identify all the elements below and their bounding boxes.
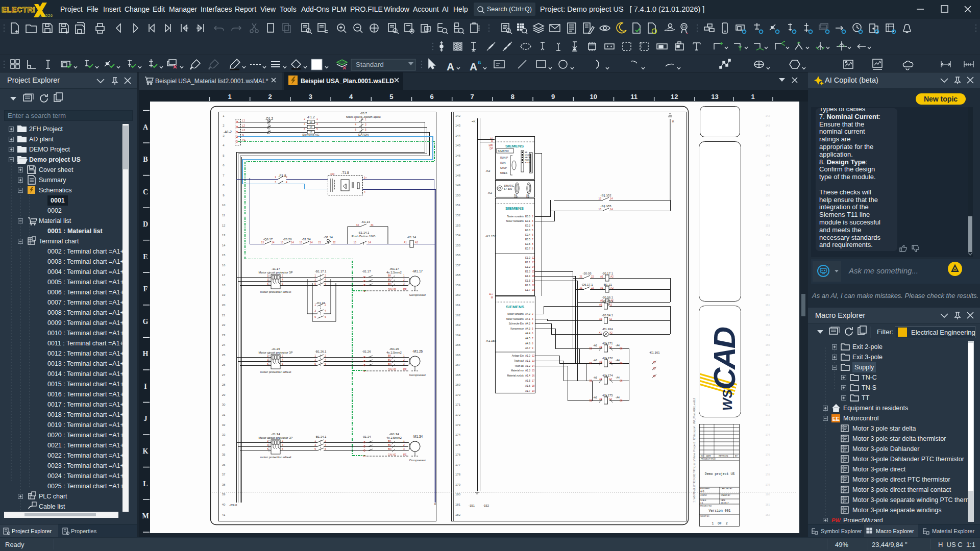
svg-text:A: A <box>447 61 454 72</box>
svg-text:-A4: -A4 <box>616 376 620 379</box>
svg-text:3: 3 <box>403 447 405 450</box>
svg-text:155: 155 <box>766 244 770 247</box>
svg-text:STOP: STOP <box>525 161 531 164</box>
svg-text:1+: 1+ <box>364 176 367 179</box>
svg-text:161: 161 <box>766 304 770 307</box>
svg-text:-A4: -A4 <box>616 344 620 347</box>
svg-text:5: 5 <box>532 328 533 330</box>
svg-text:RUN-P: RUN-P <box>500 157 508 159</box>
svg-text:2: 2 <box>403 278 405 281</box>
svg-text:N: N <box>242 134 244 137</box>
svg-text:SIEMENS: SIEMENS <box>505 144 524 148</box>
svg-text:3: 3 <box>403 282 405 285</box>
svg-text:18: 18 <box>532 284 535 287</box>
svg-text:G: G <box>143 318 149 325</box>
svg-text:A2: A2 <box>609 378 612 381</box>
svg-text:21: 21 <box>579 286 582 289</box>
svg-text:A1: A1 <box>599 378 602 381</box>
svg-text:152: 152 <box>766 214 770 217</box>
svg-text:30: 30 <box>222 403 226 406</box>
svg-text:2: 2 <box>325 354 326 357</box>
svg-text:Motor circuit protector 3P: Motor circuit protector 3P <box>258 436 292 439</box>
svg-text:A4.3: A4.3 <box>525 328 530 330</box>
svg-text:2: 2 <box>403 358 405 361</box>
svg-text:21: 21 <box>222 314 226 317</box>
svg-text:5: 5 <box>365 128 366 131</box>
svg-text:161: 161 <box>455 304 461 307</box>
svg-text:160: 160 <box>766 293 770 296</box>
svg-text:CHECKED BY: CHECKED BY <box>721 488 732 490</box>
svg-text:3: 3 <box>314 358 316 361</box>
svg-text:Anlage Ein: Anlage Ein <box>512 355 524 357</box>
svg-text:38: 38 <box>222 483 226 486</box>
svg-text:18: 18 <box>532 385 535 387</box>
svg-text:175: 175 <box>766 443 770 446</box>
svg-text:150: 150 <box>455 194 461 197</box>
svg-text:142: 142 <box>766 114 770 117</box>
svg-text:1: 1 <box>228 93 231 101</box>
svg-text:Material zurück: Material zurück <box>507 374 524 377</box>
svg-text:Compressor: Compressor <box>409 293 426 296</box>
svg-text:=K: =K <box>472 120 476 123</box>
svg-text:147: 147 <box>455 164 461 167</box>
svg-text:EATON: EATON <box>358 133 369 136</box>
svg-text:-K1.171: -K1.171 <box>602 342 613 345</box>
svg-text:Kompressor: Kompressor <box>510 328 524 330</box>
svg-text:12: 12 <box>671 93 678 101</box>
svg-text:1: 1 <box>751 93 754 101</box>
svg-text:ENGINEER: ENGINEER <box>700 488 710 490</box>
svg-text:-P1.164: -P1.164 <box>602 328 613 331</box>
svg-text:160: 160 <box>455 293 461 296</box>
svg-text:Taster rückwärts: Taster rückwärts <box>506 220 524 222</box>
svg-text:3: 3 <box>532 318 533 320</box>
svg-text:1: 1 <box>314 439 316 442</box>
svg-text:E1.0: E1.0 <box>525 257 530 259</box>
svg-text:171: 171 <box>766 403 770 406</box>
svg-text:4: 4 <box>355 123 356 126</box>
svg-text:15: 15 <box>222 254 226 257</box>
svg-text:13: 13 <box>532 360 535 362</box>
svg-text:4: 4 <box>325 443 326 446</box>
svg-text:-M1.17: -M1.17 <box>412 269 423 273</box>
svg-text:145: 145 <box>455 144 461 147</box>
svg-text:37: 37 <box>222 473 226 476</box>
svg-text:6: 6 <box>282 447 283 450</box>
svg-text:H: H <box>143 350 149 358</box>
svg-text:28: 28 <box>222 383 226 386</box>
svg-text:170: 170 <box>766 393 770 396</box>
svg-text:1: 1 <box>275 176 276 179</box>
svg-text:4: 4 <box>286 181 287 184</box>
svg-text:2: 2 <box>355 118 356 121</box>
svg-text:-20.05: -20.05 <box>582 272 592 275</box>
svg-text:12: 12 <box>532 355 535 357</box>
svg-text:1: 1 <box>365 118 366 121</box>
svg-text:-K1.172: -K1.172 <box>602 357 613 360</box>
svg-text:E0.2: E0.2 <box>525 224 530 227</box>
svg-text:2: 2 <box>325 303 326 306</box>
svg-text:-A6: -A6 <box>593 359 597 362</box>
svg-text:4: 4 <box>325 278 326 281</box>
svg-text:9: 9 <box>532 247 533 250</box>
svg-text:178: 178 <box>455 473 461 476</box>
svg-text:L1: L1 <box>242 119 245 122</box>
svg-text:181: 181 <box>455 503 461 506</box>
svg-text:1: 1 <box>267 274 268 277</box>
svg-text:5: 5 <box>389 93 393 101</box>
svg-text:1+: 1+ <box>491 137 494 139</box>
svg-text:17: 17 <box>532 380 535 382</box>
svg-text:176: 176 <box>766 453 770 456</box>
svg-text:5: 5 <box>314 282 316 285</box>
svg-text:13: 13 <box>598 208 601 211</box>
svg-text:143: 143 <box>766 124 770 127</box>
svg-text:4: 4 <box>304 122 305 126</box>
svg-text:3: 3 <box>316 122 318 126</box>
svg-text:A1: A1 <box>599 360 602 363</box>
svg-text:95: 95 <box>589 379 592 382</box>
svg-text:165: 165 <box>766 343 770 346</box>
svg-text:164: 164 <box>766 334 770 337</box>
svg-text:EE: EE <box>832 416 840 422</box>
svg-text:177: 177 <box>766 463 770 466</box>
svg-text:PROJECT NO: PROJECT NO <box>700 505 712 507</box>
svg-text:WS: WS <box>720 389 735 411</box>
svg-text:GN-YE: GN-YE <box>388 453 397 456</box>
